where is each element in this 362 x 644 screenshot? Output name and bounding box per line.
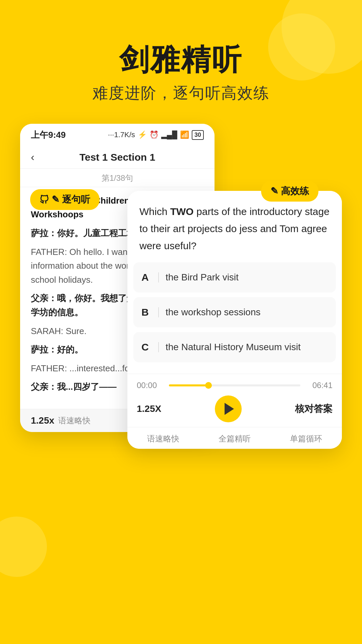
nav-bar: ‹ Test 1 Section 1 xyxy=(20,145,215,169)
progress-bar[interactable] xyxy=(169,384,300,386)
status-icons: ···1.7K/s ⚡ ⏰ ▂▄█ 📶 30 xyxy=(108,130,204,140)
option-a-letter: A xyxy=(141,272,152,283)
verify-answer-button[interactable]: 核对答案 xyxy=(295,402,333,415)
sentence-counter: 第1/38句 xyxy=(20,169,215,187)
emphasis-two: TWO xyxy=(170,206,194,217)
signal-icon: ▂▄█ xyxy=(161,130,177,139)
bluetooth-icon: ⚡ xyxy=(138,130,147,139)
speed-value: 1.25x xyxy=(31,415,54,426)
option-b[interactable]: B the workshop sessions xyxy=(133,297,336,327)
audio-current-time: 00:00 xyxy=(137,381,164,390)
play-icon xyxy=(225,403,234,415)
audio-total-time: 06:41 xyxy=(306,381,333,390)
speed-label: 语速略快 xyxy=(58,415,90,426)
play-button[interactable] xyxy=(215,395,242,422)
tab-full-listen[interactable]: 全篇精听 xyxy=(219,433,251,444)
option-c-letter: C xyxy=(141,341,152,353)
phone-mockup: ✎ 逐句听 上午9:49 ···1.7K/s ⚡ ⏰ ▂▄█ 📶 30 ‹ Te… xyxy=(20,124,342,593)
page-subtitle: 难度进阶，逐句听高效练 xyxy=(0,83,362,104)
audio-controls: 1.25X 核对答案 xyxy=(137,395,333,422)
answer-options: A the Bird Park visit B the workshop ses… xyxy=(127,262,342,374)
option-b-letter: B xyxy=(141,307,152,318)
wifi-icon: 📶 xyxy=(180,130,189,139)
tab-single-loop[interactable]: 单篇循环 xyxy=(290,433,322,444)
option-a[interactable]: A the Bird Park visit xyxy=(133,262,336,292)
option-b-text: the workshop sessions xyxy=(166,307,260,318)
quiz-question-area: Which TWO parts of the introductory stag… xyxy=(127,191,342,262)
option-divider-c xyxy=(158,342,159,352)
title-section: 剑雅精听 难度进阶，逐句听高效练 xyxy=(0,0,362,124)
practice-tag: ✎ 高效练 xyxy=(261,181,318,202)
option-divider-b xyxy=(158,307,159,317)
back-button[interactable]: ‹ xyxy=(31,151,35,163)
option-divider-a xyxy=(158,272,159,282)
listen-icon: ✎ xyxy=(52,194,59,205)
option-c[interactable]: C the Natural History Museum visit xyxy=(133,332,336,362)
section-title: Test 1 Section 1 xyxy=(79,152,155,163)
option-c-text: the Natural History Museum visit xyxy=(166,342,301,353)
option-a-text: the Bird Park visit xyxy=(166,272,239,283)
page-title: 剑雅精听 xyxy=(0,44,362,76)
network-status: ···1.7K/s xyxy=(108,130,135,139)
progress-dot xyxy=(205,382,212,389)
progress-fill xyxy=(169,384,208,386)
listen-tag: ✎ 逐句听 xyxy=(30,189,100,210)
battery-indicator: 30 xyxy=(192,130,204,140)
audio-player: 00:00 06:41 1.25X 核对答案 xyxy=(127,374,342,427)
audio-progress: 00:00 06:41 xyxy=(137,381,333,390)
alarm-icon: ⏰ xyxy=(149,130,159,139)
tab-speed[interactable]: 语速略快 xyxy=(147,433,179,444)
status-bar: 上午9:49 ···1.7K/s ⚡ ⏰ ▂▄█ 📶 30 xyxy=(20,124,215,145)
quiz-question: Which TWO parts of the introductory stag… xyxy=(139,203,330,254)
status-time: 上午9:49 xyxy=(31,129,66,141)
bottom-tabs: 语速略快 全篇精听 单篇循环 xyxy=(127,427,342,449)
quiz-card: Which TWO parts of the introductory stag… xyxy=(127,191,342,449)
practice-icon: ✎ xyxy=(270,185,278,197)
playback-speed[interactable]: 1.25X xyxy=(137,404,161,414)
